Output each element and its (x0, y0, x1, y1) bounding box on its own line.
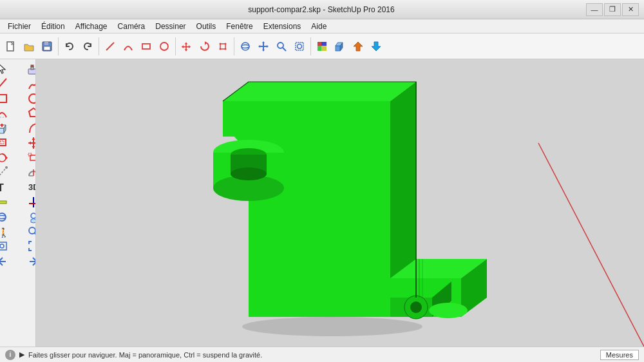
svg-rect-9 (220, 44, 225, 49)
status-arrow: ▶ (19, 350, 24, 359)
svg-rect-5 (142, 44, 150, 49)
rect-tool-button[interactable] (138, 38, 155, 55)
zoomextents-tool[interactable] (18, 240, 36, 254)
protractor-tool[interactable] (18, 166, 36, 180)
new-button[interactable] (3, 38, 19, 55)
undo-button[interactable] (61, 38, 78, 55)
svg-rect-66 (0, 201, 6, 204)
toolbar-row-4 (0, 106, 36, 120)
nextview-tool[interactable] (18, 254, 36, 269)
rect-tool[interactable] (0, 91, 17, 106)
menu-bar: Fichier Édition Affichage Caméra Dessine… (0, 19, 644, 33)
menu-fichier[interactable]: Fichier (3, 19, 36, 33)
scale-tool[interactable] (18, 151, 36, 165)
paint-button[interactable] (314, 38, 330, 55)
pushpull-tool[interactable] (0, 121, 17, 135)
svg-point-106 (242, 317, 422, 336)
prevview-tool[interactable] (0, 254, 17, 269)
status-bar: i ▶ Faites glisser pour naviguer. Maj = … (0, 347, 644, 362)
followme-tool[interactable] (18, 121, 36, 135)
svg-text:3D: 3D (28, 182, 36, 192)
export-button[interactable] (368, 38, 384, 55)
lookaround-tool[interactable] (18, 210, 36, 224)
viewport[interactable] (36, 59, 644, 347)
svg-point-40 (29, 94, 36, 103)
svg-point-97 (429, 303, 468, 318)
svg-point-10 (220, 43, 222, 44)
mesures-label: Mesures (606, 351, 633, 359)
move-tool[interactable] (18, 136, 36, 150)
svg-marker-51 (32, 137, 35, 140)
circle-tool-button[interactable] (156, 38, 173, 55)
line-tool[interactable] (0, 77, 17, 91)
separator-4 (234, 37, 234, 55)
toolbar-row-13 (0, 240, 36, 254)
3dtext-tool[interactable]: 3D (18, 180, 36, 195)
menu-outils[interactable]: Outils (191, 19, 222, 33)
pan-button[interactable] (255, 38, 272, 55)
window-controls[interactable]: — ❐ ✕ (586, 3, 639, 16)
svg-point-15 (242, 44, 249, 48)
select-tool[interactable] (0, 62, 17, 76)
svg-rect-36 (31, 65, 33, 67)
zoom-tool[interactable] (18, 225, 36, 239)
text-tool[interactable]: T (0, 180, 17, 195)
scale-tool-button[interactable] (214, 38, 231, 55)
arc-tool[interactable] (0, 106, 17, 120)
circle-tool[interactable] (18, 91, 36, 106)
menu-affichage[interactable]: Affichage (70, 19, 113, 33)
tape-tool[interactable] (0, 166, 17, 180)
orbit-button[interactable] (237, 38, 254, 55)
toolbar-row-11 (0, 210, 36, 224)
redo-button[interactable] (79, 38, 96, 55)
toolbar-row-12: 🚶 (0, 225, 36, 239)
orbit-tool[interactable] (0, 210, 17, 224)
offset-tool[interactable] (0, 136, 17, 150)
svg-point-71 (31, 213, 36, 218)
menu-aide[interactable]: Aide (306, 19, 332, 33)
menu-fenetre[interactable]: Fenêtre (221, 19, 258, 33)
polygon-tool[interactable] (18, 106, 36, 120)
axes-tool[interactable] (18, 195, 36, 209)
svg-point-6 (160, 43, 168, 50)
mesures-box[interactable]: Mesures (600, 350, 639, 360)
svg-line-21 (283, 48, 286, 51)
zoom-button[interactable] (273, 38, 290, 55)
menu-extensions[interactable]: Extensions (258, 19, 307, 33)
import-button[interactable] (350, 38, 366, 55)
save-button[interactable] (39, 38, 55, 55)
status-right: Mesures (600, 350, 639, 360)
svg-point-13 (220, 48, 222, 50)
svg-rect-28 (336, 46, 340, 51)
svg-point-76 (0, 244, 4, 248)
zoom-extents-button[interactable] (291, 38, 308, 55)
line-tool-button[interactable] (102, 38, 118, 55)
freehand-tool[interactable] (18, 77, 36, 91)
walk-tool[interactable]: 🚶 (0, 225, 17, 239)
svg-point-11 (225, 43, 227, 44)
move-tool-button[interactable] (178, 38, 195, 55)
section-tool[interactable] (0, 195, 17, 209)
open-button[interactable] (21, 38, 37, 55)
svg-marker-32 (372, 42, 381, 51)
paintbucket-tool[interactable] (18, 62, 36, 76)
menu-edition[interactable]: Édition (36, 19, 70, 33)
status-left: i ▶ Faites glisser pour naviguer. Maj = … (5, 350, 262, 360)
zoomwindow-tool[interactable] (0, 240, 17, 254)
menu-camera[interactable]: Caméra (113, 19, 151, 33)
close-button[interactable]: ✕ (622, 3, 639, 16)
minimize-button[interactable]: — (586, 3, 603, 16)
svg-marker-17 (262, 50, 265, 52)
components-button[interactable] (332, 38, 348, 55)
rotate-tool[interactable] (0, 151, 17, 165)
svg-rect-75 (0, 242, 6, 250)
rotate-tool-button[interactable] (196, 38, 213, 55)
svg-rect-49 (0, 139, 6, 146)
toolbar-row-5 (0, 121, 36, 135)
info-button[interactable]: i (5, 350, 15, 360)
svg-marker-19 (267, 45, 269, 48)
svg-rect-43 (0, 128, 4, 133)
arc-tool-button[interactable] (120, 38, 137, 55)
menu-dessiner[interactable]: Dessiner (150, 19, 191, 33)
maximize-button[interactable]: ❐ (604, 3, 621, 16)
